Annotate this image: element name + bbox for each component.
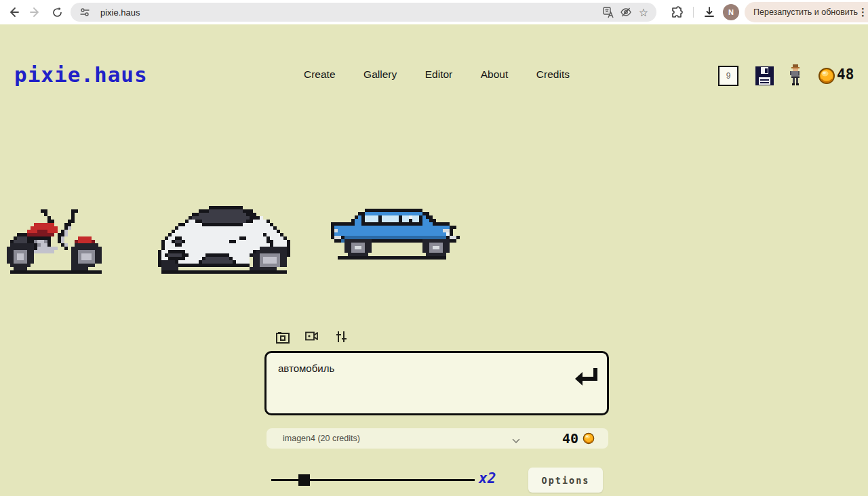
credits-coin-icon: [818, 67, 835, 87]
queue-count-box[interactable]: 9: [718, 66, 738, 86]
browser-reload-button[interactable]: [47, 3, 66, 22]
camera-icon[interactable]: [276, 331, 290, 344]
generation-cost: 40: [562, 430, 578, 447]
pixel-art-sportscar[interactable]: [158, 206, 300, 276]
bookmark-star-icon[interactable]: ☆: [635, 3, 652, 21]
browser-back-button[interactable]: [4, 3, 23, 22]
address-bar[interactable]: pixie.haus ☆: [71, 3, 656, 22]
chevron-down-icon[interactable]: [512, 434, 520, 447]
sliders-icon[interactable]: [335, 331, 349, 344]
model-select-row: imagen4 (20 credits) 40: [267, 428, 608, 449]
prompt-input[interactable]: автомобиль: [278, 363, 556, 403]
credits-balance: 48: [837, 66, 854, 83]
main-nav: Create Gallery Editor About Credits: [304, 68, 570, 81]
site-settings-icon[interactable]: [76, 3, 94, 21]
scale-value: x2: [479, 470, 496, 487]
pixel-art-motorcycle[interactable]: [7, 209, 108, 276]
download-icon: [703, 6, 715, 18]
toolbar-divider: [693, 7, 694, 18]
extensions-button[interactable]: [667, 3, 686, 22]
translate-icon[interactable]: [599, 3, 617, 21]
pixel-art-sedan[interactable]: [328, 209, 463, 262]
browser-update-button[interactable]: Перезапустить и обновить ⋮: [745, 2, 868, 22]
eye-off-icon[interactable]: [617, 3, 635, 21]
forward-arrow-icon: [29, 6, 41, 18]
browser-forward-button[interactable]: [26, 3, 45, 22]
browser-toolbar: pixie.haus ☆ N Перезапустить и обновить …: [0, 0, 868, 24]
scale-slider-thumb[interactable]: [298, 474, 310, 486]
nav-editor[interactable]: Editor: [425, 68, 453, 81]
video-camera-icon[interactable]: [305, 331, 319, 344]
browser-menu-kebab-icon[interactable]: ⋮: [858, 6, 868, 18]
pixie-haus-page: pixie.haus Create Gallery Editor About C…: [0, 24, 868, 496]
reload-icon: [52, 7, 63, 18]
pixel-character-icon[interactable]: [789, 64, 801, 90]
nav-about[interactable]: About: [481, 68, 509, 81]
nav-create[interactable]: Create: [304, 68, 336, 81]
url-text[interactable]: pixie.haus: [100, 7, 599, 18]
back-arrow-icon: [7, 6, 20, 18]
submit-enter-icon[interactable]: [572, 364, 599, 390]
save-floppy-icon[interactable]: [755, 66, 774, 89]
cost-coin-icon: [583, 432, 595, 447]
nav-gallery[interactable]: Gallery: [363, 68, 397, 81]
options-button[interactable]: Options: [528, 468, 603, 493]
downloads-button[interactable]: [700, 3, 719, 22]
update-button-label: Перезапустить и обновить: [753, 7, 858, 17]
puzzle-icon: [671, 6, 684, 19]
prompt-box: автомобиль: [264, 351, 609, 415]
nav-credits[interactable]: Credits: [536, 68, 570, 81]
site-logo[interactable]: pixie.haus: [14, 62, 148, 87]
model-select[interactable]: imagen4 (20 credits): [283, 434, 360, 443]
profile-avatar[interactable]: N: [723, 4, 739, 20]
